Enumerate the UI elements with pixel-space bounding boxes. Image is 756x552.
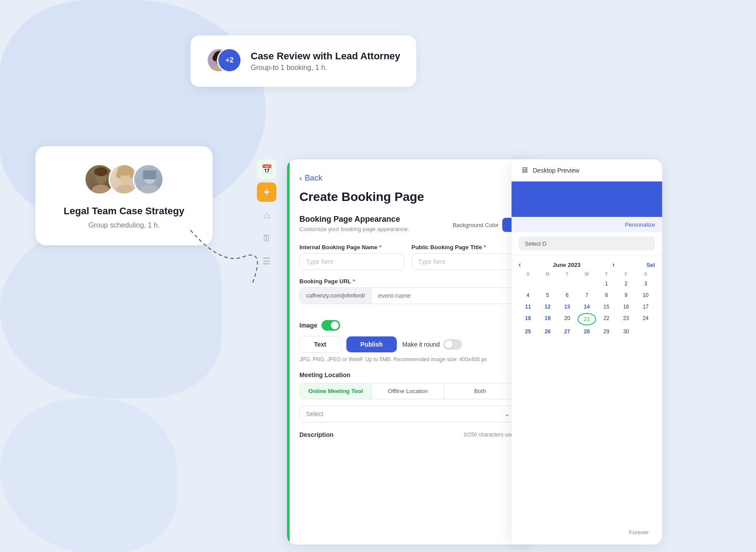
appearance-title: Booking Page Appearance — [299, 215, 409, 224]
cal-cell-6[interactable]: 6 — [558, 290, 577, 301]
svg-point-9 — [116, 185, 135, 195]
team-avatar-3 — [133, 164, 164, 195]
make-round-label: Make it round — [402, 341, 440, 348]
left-accent-bar — [287, 159, 290, 544]
cal-cell-empty3 — [558, 278, 577, 289]
meeting-location-label: Meeting Location — [299, 371, 516, 378]
description-row: Description 0/250 characters used — [299, 431, 516, 438]
cal-cell-12[interactable]: 12 — [538, 301, 557, 312]
sidebar-layers-icon[interactable]: ☰ — [257, 251, 276, 271]
url-input-row: calfrenzy.com/johnford/ — [299, 287, 516, 304]
cal-cells: 1 2 3 4 5 6 7 8 9 10 11 12 13 14 15 16 1… — [519, 278, 655, 337]
cal-cell-10[interactable]: 10 — [636, 290, 655, 301]
required-star-2: * — [484, 244, 486, 251]
url-event-input[interactable] — [372, 288, 516, 304]
svg-point-7 — [94, 167, 108, 176]
cal-day-m: M — [538, 271, 557, 277]
internal-name-label: Internal Booking Page Name * — [299, 244, 404, 251]
required-star: * — [379, 244, 381, 251]
image-hint: JPG, PNG, JPEG or WebP. Up to 5MB. Recom… — [299, 356, 516, 363]
cal-cell-empty2 — [538, 278, 557, 289]
char-count: 0/250 characters used — [464, 432, 516, 438]
preview-select-d-row: Select D — [512, 232, 662, 255]
cal-cell-5[interactable]: 5 — [538, 290, 557, 301]
svg-rect-15 — [143, 170, 156, 179]
cal-cell-19[interactable]: 19 — [538, 313, 557, 325]
cal-cell-empty4 — [578, 278, 596, 289]
svg-point-6 — [91, 185, 111, 195]
cal-cell-13[interactable]: 13 — [558, 301, 577, 312]
appearance-subtitle: Customize your booking page appearance. — [299, 226, 409, 232]
image-toggle[interactable] — [322, 320, 340, 331]
sidebar-calendar-smile-icon[interactable]: 📅 — [257, 159, 276, 179]
preview-personalize[interactable]: Personalize — [512, 217, 662, 232]
cal-cell-15[interactable]: 15 — [597, 301, 616, 312]
cal-cell-8[interactable]: 8 — [597, 290, 616, 301]
select-label: Select — [306, 410, 504, 417]
cal-cell-7[interactable]: 7 — [578, 290, 596, 301]
cal-cell-17[interactable]: 17 — [636, 301, 655, 312]
cal-cell-16[interactable]: 16 — [616, 301, 635, 312]
cal-cell-24[interactable]: 24 — [636, 313, 655, 325]
sidebar-plus-icon[interactable]: + — [257, 182, 276, 202]
publish-button[interactable]: Publish — [346, 336, 397, 352]
appearance-header: Booking Page Appearance Customize your b… — [299, 215, 516, 235]
team-avatars-group — [51, 164, 197, 195]
sidebar-home-icon[interactable]: ⌂ — [257, 205, 276, 225]
cal-day-t1: T — [558, 271, 577, 277]
cal-cell-2[interactable]: 2 — [616, 278, 635, 289]
loc-tab-both[interactable]: Both — [444, 383, 516, 399]
loc-tab-online[interactable]: Online Meeting Tool — [300, 383, 372, 399]
internal-name-group: Internal Booking Page Name * — [299, 244, 404, 270]
cal-cell-26[interactable]: 26 — [538, 326, 557, 337]
cal-day-t2: T — [597, 271, 616, 277]
cal-day-w: W — [578, 271, 596, 277]
cal-cell-11[interactable]: 11 — [519, 301, 537, 312]
cal-cell-23[interactable]: 23 — [616, 313, 635, 325]
cal-days-header: S M T W T F S — [519, 271, 655, 277]
cal-cell-empty5 — [636, 326, 655, 337]
text-button[interactable]: Text — [299, 336, 341, 353]
cal-cell-9[interactable]: 9 — [616, 290, 635, 301]
make-round-toggle[interactable] — [443, 339, 462, 350]
required-star-3: * — [353, 278, 355, 285]
cal-day-f: F — [616, 271, 635, 277]
forever-label: Forever — [629, 529, 649, 536]
preview-panel: 🖥 Desktop Preview Personalize Select D ‹… — [512, 159, 662, 544]
select-dropdown[interactable]: Select ⌄ — [299, 405, 516, 422]
top-card-title: Case Review with Lead Attorney — [251, 50, 400, 62]
public-title-input[interactable] — [411, 253, 516, 270]
cal-cell-29[interactable]: 29 — [597, 326, 616, 337]
cal-cell-22[interactable]: 22 — [597, 313, 616, 325]
cal-cell-25[interactable]: 25 — [519, 326, 537, 337]
cal-cell-14[interactable]: 14 — [578, 301, 596, 312]
cal-prev-icon[interactable]: ‹ — [519, 261, 521, 269]
make-round-row: Make it round — [402, 339, 462, 350]
image-row: Image — [299, 320, 516, 331]
name-title-row: Internal Booking Page Name * Public Book… — [299, 244, 516, 270]
preview-blue-bar — [512, 181, 662, 217]
cal-cell-3[interactable]: 3 — [636, 278, 655, 289]
main-panel: ‹ Back Create Booking Page Booking Page … — [287, 159, 531, 544]
left-card-subtitle: Group scheduling, 1 h. — [51, 221, 197, 229]
loc-tab-offline[interactable]: Offline Location — [372, 383, 444, 399]
cal-next-icon[interactable]: › — [612, 261, 614, 269]
cal-sel-link[interactable]: Sel — [646, 262, 655, 268]
sidebar-calendar-icon[interactable]: 🗓 — [257, 228, 276, 248]
preview-header: 🖥 Desktop Preview — [512, 159, 662, 181]
bg-color-label: Background Color — [453, 222, 499, 228]
cal-cell-30[interactable]: 30 — [616, 326, 635, 337]
cal-cell-1[interactable]: 1 — [597, 278, 616, 289]
internal-name-input[interactable] — [299, 253, 404, 270]
cal-day-s1: S — [519, 271, 537, 277]
sidebar: 📅 + ⌂ 🗓 ☰ — [252, 159, 281, 271]
cal-cell-20[interactable]: 20 — [558, 313, 577, 325]
cal-cell-4[interactable]: 4 — [519, 290, 537, 301]
top-card-subtitle: Group-to 1 booking, 1 h. — [251, 64, 400, 72]
cal-cell-18[interactable]: 18 — [519, 313, 537, 325]
cal-cell-21[interactable]: 21 — [578, 313, 596, 325]
preview-select-d-button[interactable]: Select D — [519, 237, 655, 251]
back-button[interactable]: ‹ Back — [299, 174, 516, 183]
cal-cell-28[interactable]: 28 — [578, 326, 596, 337]
cal-cell-27[interactable]: 27 — [558, 326, 577, 337]
